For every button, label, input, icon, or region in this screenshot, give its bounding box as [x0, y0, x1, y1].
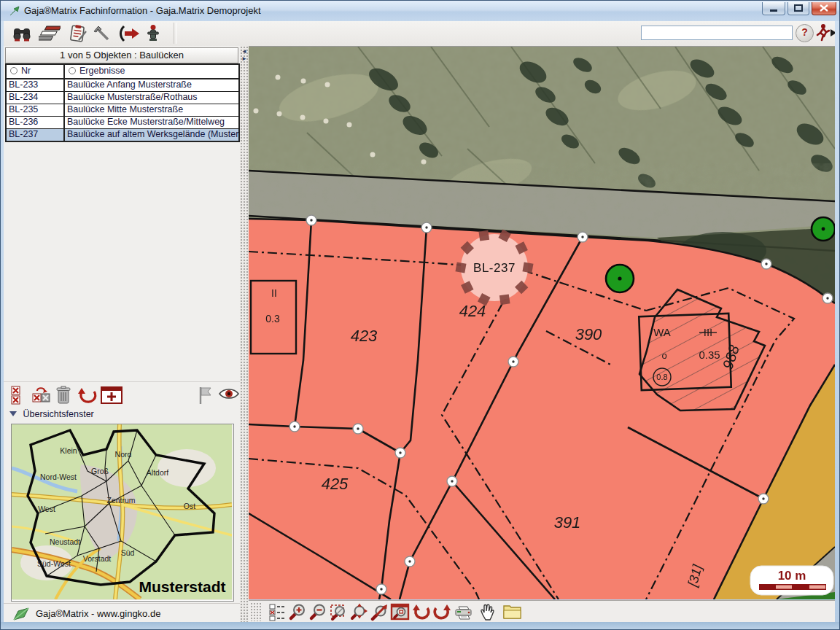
- svg-text:390: 390: [575, 325, 602, 343]
- close-button[interactable]: [812, 2, 836, 15]
- toolbar-separator: [174, 23, 176, 44]
- deselect-all-icon[interactable]: [9, 385, 30, 405]
- table-header-row: Nr Ergebnisse: [7, 65, 238, 79]
- district-label: Süd: [121, 548, 135, 557]
- overview-toggle[interactable]: Übersichtsfenster: [9, 409, 94, 421]
- gingko-leaf-icon: [12, 605, 31, 621]
- print-icon[interactable]: [454, 603, 472, 621]
- svg-text:II: II: [271, 287, 277, 299]
- district-label: Neustadt: [50, 537, 80, 546]
- delete-trash-icon[interactable]: [55, 385, 75, 405]
- rotate-cw-icon[interactable]: [432, 603, 451, 621]
- map-toolbar: [249, 600, 835, 623]
- flag-icon[interactable]: [196, 385, 217, 405]
- search-input[interactable]: [641, 26, 793, 40]
- district-label: Vorstadt: [83, 554, 112, 563]
- radio-icon: [10, 67, 18, 74]
- svg-text:0.3: 0.3: [265, 313, 280, 324]
- district-label: Süd-West: [37, 559, 71, 568]
- svg-text:0.8: 0.8: [656, 373, 667, 381]
- svg-text:424: 424: [459, 302, 486, 320]
- window-frame-bottom: [1, 622, 840, 630]
- undo-icon[interactable]: [77, 385, 97, 405]
- district-label: Zentrum: [106, 496, 135, 505]
- visibility-eye-icon[interactable]: [218, 385, 238, 405]
- column-header-ergebnisse[interactable]: Ergebnisse: [65, 65, 238, 78]
- district-label: West: [38, 505, 55, 513]
- panel-splitter[interactable]: ◄ ►: [240, 46, 249, 622]
- zoom-full-icon[interactable]: [390, 603, 409, 621]
- results-header[interactable]: 1 von 5 Objekten : Baulücken: [5, 47, 238, 63]
- zoom-window-icon[interactable]: [329, 603, 348, 621]
- selected-object-label: BL-237: [473, 261, 516, 275]
- window-frame-right: [835, 21, 840, 622]
- building-usage-label: WA: [653, 326, 671, 338]
- application-window: Gaja®Matrix Fachinformation - Gaja.Matri…: [0, 0, 840, 630]
- window-frame-left: [1, 21, 4, 622]
- pan-hand-icon[interactable]: [478, 603, 497, 621]
- svg-text:10 m: 10 m: [778, 569, 806, 583]
- zoom-pan-icon[interactable]: [349, 603, 368, 621]
- district-label: Nord-West: [40, 472, 77, 481]
- toolbar-grip[interactable]: [250, 602, 262, 621]
- window-title: Gaja®Matrix Fachinformation - Gaja.Matri…: [24, 5, 261, 16]
- add-window-icon[interactable]: [100, 385, 120, 405]
- chevron-down-icon: [9, 411, 17, 416]
- city-label: Musterstadt: [139, 578, 225, 595]
- status-text: Gaja®Matrix - www.gingko.de: [36, 608, 160, 619]
- map-viewport[interactable]: II 0.3 WA III o 0.35 0.8 988 423 424 425: [249, 46, 835, 599]
- legend-icon[interactable]: [268, 603, 287, 621]
- district-label: Nord: [115, 450, 132, 459]
- results-panel: 1 von 5 Objekten : Baulücken Nr Ergebnis…: [4, 46, 240, 622]
- radio-icon: [69, 67, 76, 74]
- open-folder-icon[interactable]: [502, 603, 521, 621]
- app-logo-icon: [9, 6, 21, 16]
- hydrant-icon[interactable]: [141, 23, 166, 44]
- rotate-ccw-icon[interactable]: [412, 603, 431, 621]
- district-label: Groß: [91, 467, 109, 475]
- report-icon[interactable]: [65, 23, 90, 44]
- zoom-out-icon[interactable]: [308, 603, 327, 621]
- layers-icon[interactable]: [37, 23, 62, 44]
- search-binoculars-icon[interactable]: [9, 23, 34, 44]
- table-row[interactable]: BL-235Baulücke Mitte Musterstraße: [7, 104, 238, 117]
- table-row[interactable]: BL-234Baulücke Musterstraße/Rothaus: [7, 92, 238, 104]
- collapse-left-icon[interactable]: ◄: [241, 49, 247, 55]
- zoom-drag-icon[interactable]: [370, 603, 389, 621]
- svg-text:0.35: 0.35: [699, 349, 720, 361]
- list-actions-toolbar: [4, 381, 240, 408]
- svg-text:o: o: [661, 350, 666, 361]
- svg-text:423: 423: [351, 327, 378, 345]
- column-header-nr[interactable]: Nr: [7, 65, 65, 78]
- table-row[interactable]: BL-236Baulücke Ecke Musterstraße/Mittelw…: [7, 117, 238, 129]
- title-bar: Gaja®Matrix Fachinformation - Gaja.Matri…: [1, 1, 839, 21]
- status-bar: Gaja®Matrix - www.gingko.de: [4, 603, 240, 623]
- main-toolbar: ?: [4, 21, 838, 47]
- table-row[interactable]: BL-233Baulücke Anfang Musterstraße: [7, 79, 238, 92]
- maximize-button[interactable]: [788, 2, 809, 15]
- district-label: Klein: [60, 446, 77, 455]
- scale-bar: 10 m: [750, 566, 833, 595]
- exit-icon[interactable]: [116, 23, 141, 44]
- invert-selection-icon[interactable]: [31, 385, 52, 405]
- help-button[interactable]: ?: [796, 24, 814, 42]
- minimize-button[interactable]: [762, 2, 785, 15]
- collapse-right-icon[interactable]: ►: [241, 56, 247, 62]
- overview-map[interactable]: Klein Nord Nord-West Groß Altdorf West Z…: [11, 424, 234, 602]
- svg-text:391: 391: [554, 513, 581, 532]
- district-label: Altdorf: [147, 468, 168, 477]
- svg-text:425: 425: [322, 475, 349, 493]
- table-row-selected[interactable]: BL-237Baulücke auf altem Werksgelände (M…: [7, 129, 238, 141]
- district-label: Ost: [184, 502, 195, 510]
- zoom-in-icon[interactable]: [288, 603, 307, 621]
- results-table: Nr Ergebnisse BL-233Baulücke Anfang Must…: [5, 63, 240, 142]
- tools-hammer-icon[interactable]: [90, 23, 114, 44]
